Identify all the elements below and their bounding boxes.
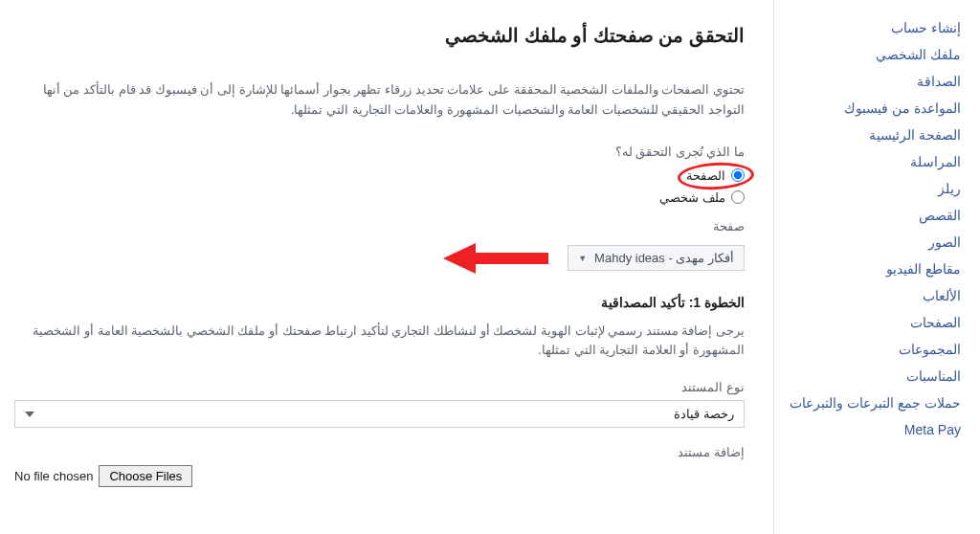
radio-page[interactable]	[731, 168, 745, 182]
sidebar-item-videos[interactable]: مقاطع الفيديو	[784, 256, 961, 282]
sidebar-item-friendship[interactable]: الصداقة	[784, 68, 961, 95]
sidebar-item-games[interactable]: الألعاب	[784, 282, 961, 309]
main-content: التحقق من صفحتك أو ملفك الشخصي تحتوي الص…	[0, 0, 774, 534]
verify-type-radios: الصفحة ملف شخصي	[14, 168, 745, 205]
svg-rect-0	[472, 253, 548, 264]
radio-profile[interactable]	[731, 190, 745, 204]
svg-marker-1	[443, 243, 476, 274]
sidebar-item-messaging[interactable]: المراسلة	[784, 148, 961, 175]
page-title: التحقق من صفحتك أو ملفك الشخصي	[14, 24, 745, 47]
sidebar: إنشاء حساب ملفك الشخصي الصداقة المواعدة …	[774, 0, 980, 534]
doc-type-select[interactable]: رخصة قيادة	[14, 400, 745, 428]
choose-files-button[interactable]: Choose Files	[99, 465, 192, 487]
sidebar-item-pages[interactable]: الصفحات	[784, 309, 961, 336]
sidebar-item-stories[interactable]: القصص	[784, 202, 961, 229]
file-input-row: No file chosen Choose Files	[14, 465, 745, 487]
add-doc-label: إضافة مستند	[14, 445, 745, 459]
file-status: No file chosen	[14, 469, 93, 483]
step-1-title: الخطوة 1: تأكيد المصداقية	[14, 295, 745, 310]
sidebar-item-home[interactable]: الصفحة الرئيسية	[784, 122, 961, 148]
sidebar-item-reels[interactable]: ريلز	[784, 175, 961, 202]
intro-text: تحتوي الصفحات والملفات الشخصية المحققة ع…	[14, 80, 745, 121]
sidebar-item-events[interactable]: المناسبات	[784, 363, 961, 389]
sidebar-item-meta-pay[interactable]: Meta Pay	[784, 416, 961, 443]
radio-page-label[interactable]: الصفحة	[686, 168, 725, 183]
step-1-description: يرجى إضافة مستند رسمي لإثبات الهوية لشخص…	[14, 322, 745, 362]
page-select-label: صفحة	[14, 219, 745, 234]
radio-profile-label[interactable]: ملف شخصي	[659, 190, 725, 205]
sidebar-item-create-account[interactable]: إنشاء حساب	[784, 14, 961, 41]
doc-type-label: نوع المستند	[14, 380, 745, 394]
page-dropdown-value: Mahdy ideas - أفكار مهدى	[594, 251, 734, 265]
annotation-arrow	[443, 241, 548, 276]
sidebar-item-dating[interactable]: المواعدة من فيسبوك	[784, 95, 961, 122]
sidebar-item-groups[interactable]: المجموعات	[784, 336, 961, 363]
sidebar-item-profile[interactable]: ملفك الشخصي	[784, 41, 961, 68]
sidebar-item-photos[interactable]: الصور	[784, 229, 961, 256]
sidebar-item-fundraisers[interactable]: حملات جمع التبرعات والتبرعات	[784, 389, 961, 416]
page-dropdown[interactable]: ▼ Mahdy ideas - أفكار مهدى	[568, 245, 745, 271]
verify-question: ما الذي تُجرى التحقق له؟	[14, 145, 745, 159]
caret-down-icon: ▼	[578, 254, 587, 263]
